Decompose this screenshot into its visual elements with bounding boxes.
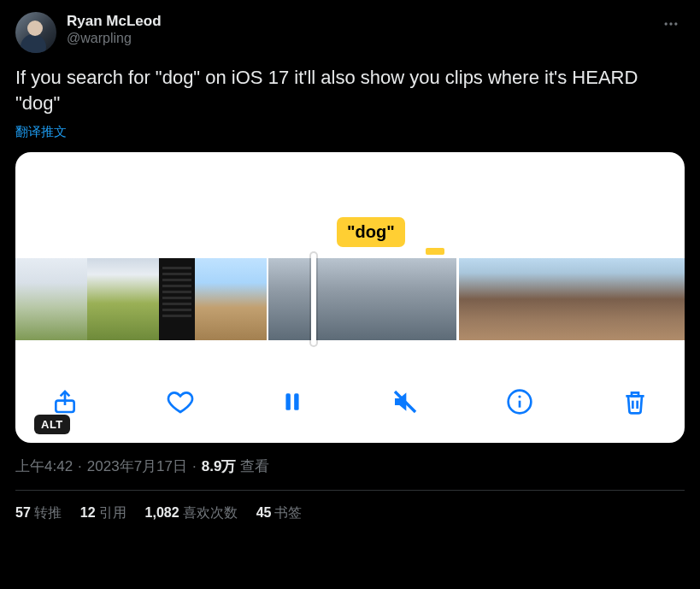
video-scrubber[interactable]: [15, 258, 685, 340]
info-button[interactable]: [506, 388, 533, 415]
author-display-name: Ryan McLeod: [67, 12, 162, 30]
clip-frame: [572, 258, 609, 340]
clip-frame: [497, 258, 534, 340]
stat-quotes[interactable]: 12引用: [80, 504, 126, 522]
match-marker: [426, 248, 444, 255]
more-button[interactable]: [657, 12, 685, 36]
clip-frame: [15, 258, 51, 340]
mute-icon: [391, 388, 419, 415]
tweet-text: If you search for "dog" on iOS 17 it'll …: [15, 65, 685, 115]
tweet-header: Ryan McLeod @warpling: [15, 12, 685, 53]
delete-button[interactable]: [621, 388, 649, 415]
author-handle: @warpling: [67, 30, 162, 47]
share-icon: [51, 388, 79, 415]
stat-likes[interactable]: 1,082喜欢次数: [145, 504, 238, 522]
clip-frame: [534, 258, 572, 340]
clip-frame: [51, 258, 87, 340]
tweet-time[interactable]: 上午4:42: [15, 456, 73, 476]
svg-point-2: [674, 22, 677, 25]
views-label: 查看: [240, 458, 269, 474]
alt-badge[interactable]: ALT: [34, 415, 70, 434]
svg-point-9: [519, 396, 521, 398]
trash-icon: [621, 388, 649, 415]
avatar[interactable]: [15, 12, 56, 53]
search-match-badge: "dog": [337, 217, 405, 247]
heart-icon: [167, 388, 194, 415]
svg-point-0: [665, 22, 668, 25]
clip-frame: [159, 258, 195, 340]
translate-link[interactable]: 翻译推文: [15, 124, 67, 140]
stat-retweets[interactable]: 57转推: [15, 504, 62, 522]
tweet-meta: 上午4:42 · 2023年7月17日 · 8.9万 查看: [15, 456, 685, 476]
more-icon: [662, 15, 679, 32]
info-icon: [506, 388, 533, 415]
clip-group: [268, 258, 456, 340]
clip-frame: [647, 258, 685, 340]
views-count: 8.9万: [202, 458, 237, 474]
tweet-media[interactable]: "dog": [15, 152, 685, 443]
clip-frame: [409, 258, 456, 340]
svg-point-1: [669, 22, 672, 25]
clip-frame: [315, 258, 362, 340]
clip-frame: [195, 258, 231, 340]
clip-frame: [362, 258, 409, 340]
clip-frame: [268, 258, 315, 340]
share-button[interactable]: [51, 388, 79, 415]
clip-frame: [87, 258, 123, 340]
pause-button[interactable]: [281, 389, 303, 415]
stat-bookmarks[interactable]: 45书签: [256, 504, 303, 522]
like-button[interactable]: [167, 388, 194, 415]
svg-rect-5: [294, 394, 298, 411]
author-block[interactable]: Ryan McLeod @warpling: [67, 12, 162, 47]
mute-button[interactable]: [391, 388, 419, 415]
pause-icon: [281, 389, 303, 415]
tweet-date[interactable]: 2023年7月17日: [87, 456, 187, 476]
svg-rect-4: [286, 394, 291, 411]
clip-frame: [123, 258, 159, 340]
clip-frame: [231, 258, 267, 340]
playhead[interactable]: [311, 253, 316, 345]
clip-group: [459, 258, 685, 340]
media-toolbar: [15, 381, 685, 422]
tweet: Ryan McLeod @warpling If you search for …: [0, 0, 700, 522]
tweet-stats: 57转推 12引用 1,082喜欢次数 45书签: [15, 491, 685, 522]
clip-group: [15, 258, 267, 340]
clip-frame: [609, 258, 647, 340]
clip-frame: [459, 258, 497, 340]
